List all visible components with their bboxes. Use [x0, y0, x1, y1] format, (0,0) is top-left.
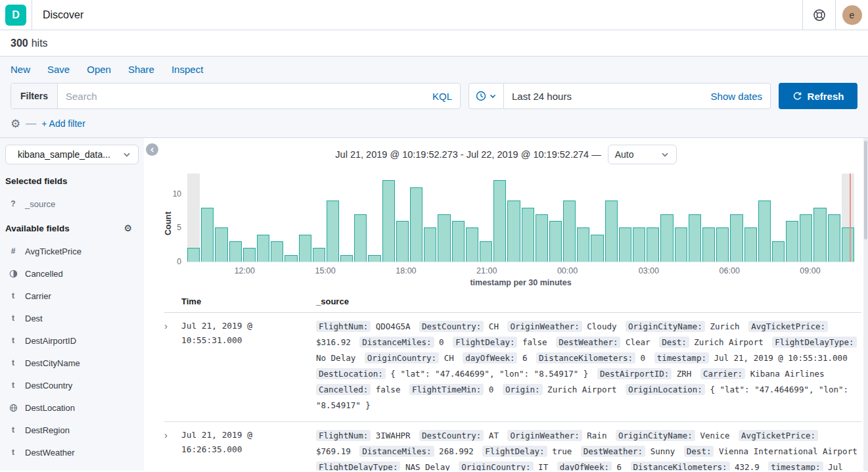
refresh-icon [792, 91, 802, 101]
histogram-bar[interactable] [689, 174, 701, 262]
hits-count: 300 [11, 37, 28, 49]
field-item-destlocation[interactable]: DestLocation [5, 396, 139, 419]
histogram-bar[interactable] [257, 174, 269, 262]
field-item-destcountry[interactable]: tDestCountry [5, 374, 139, 396]
histogram-bar[interactable] [522, 174, 534, 262]
filters-button[interactable]: Filters [11, 83, 58, 108]
histogram-bar[interactable] [424, 174, 436, 262]
x-axis-tick: 15:00 [315, 266, 335, 275]
histogram-bar[interactable] [675, 174, 687, 262]
histogram-bar[interactable] [285, 174, 297, 262]
histogram-bar[interactable] [299, 174, 311, 262]
interval-select[interactable]: Auto [608, 145, 677, 164]
histogram-bar[interactable] [271, 174, 283, 262]
histogram-bar[interactable] [507, 174, 520, 262]
filter-settings-gear-icon[interactable]: ⚙ [11, 118, 20, 130]
histogram-bar[interactable] [828, 174, 840, 262]
search-box: Filters KQL [11, 83, 461, 109]
histogram-bar[interactable] [536, 174, 548, 262]
histogram-bar[interactable] [647, 174, 659, 262]
histogram-bar[interactable] [382, 174, 395, 262]
histogram-bar[interactable] [772, 174, 785, 262]
histogram-bar[interactable] [466, 174, 478, 262]
table-row: ›Jul 21, 2019 @ 10:55:31.000FlightNum: Q… [164, 313, 861, 421]
collapse-sidebar-button[interactable] [146, 143, 158, 156]
y-axis-tick: 5 [177, 223, 187, 232]
show-dates-button[interactable]: Show dates [703, 91, 770, 102]
field-item-avgticketprice[interactable]: #AvgTicketPrice [5, 240, 139, 262]
kibana-logo[interactable]: D [5, 5, 26, 26]
histogram-bar[interactable] [716, 174, 729, 262]
histogram-bar[interactable] [480, 174, 492, 262]
histogram-bar[interactable] [730, 174, 742, 262]
histogram-bar[interactable] [187, 174, 200, 262]
fields-settings-gear-icon[interactable]: ⚙ [124, 223, 132, 233]
column-header-time[interactable]: Time [164, 296, 316, 306]
histogram-bar[interactable] [758, 174, 771, 262]
histogram-bar[interactable] [800, 174, 812, 262]
histogram-bar[interactable] [368, 174, 380, 262]
help-button[interactable] [802, 0, 835, 30]
field-item-cancelled[interactable]: Cancelled [5, 262, 139, 285]
histogram-bar[interactable] [410, 174, 423, 262]
histogram-bar[interactable] [842, 174, 854, 262]
histogram-bar[interactable] [563, 174, 576, 262]
histogram-bar[interactable] [493, 174, 506, 262]
nav-link-open[interactable]: Open [87, 64, 111, 75]
nav-link-new[interactable]: New [11, 64, 30, 75]
histogram-bar[interactable] [633, 174, 645, 262]
nav-link-share[interactable]: Share [128, 64, 154, 75]
search-input[interactable] [58, 91, 424, 102]
user-menu-button[interactable]: e [835, 0, 868, 30]
field-type-text-icon: t [8, 358, 18, 367]
field-item-carrier[interactable]: tCarrier [5, 285, 139, 307]
avatar[interactable]: e [842, 5, 862, 25]
field-item-dest[interactable]: tDest [5, 307, 139, 329]
column-header-source[interactable]: _source [316, 296, 349, 306]
field-item-destcityname[interactable]: tDestCityName [5, 352, 139, 374]
field-item-destregion[interactable]: tDestRegion [5, 419, 139, 441]
nav-link-inspect[interactable]: Inspect [171, 64, 203, 75]
vertical-scrollbar[interactable] [863, 138, 868, 471]
histogram-bar[interactable] [452, 174, 465, 262]
histogram-bar[interactable] [201, 174, 214, 262]
histogram-bar[interactable] [577, 174, 589, 262]
histogram-bar[interactable] [786, 174, 798, 262]
histogram-bar[interactable] [744, 174, 757, 262]
histogram-bar[interactable] [215, 174, 227, 262]
histogram-bar[interactable] [549, 174, 562, 262]
field-item-destweather[interactable]: tDestWeather [5, 441, 139, 463]
histogram-bar[interactable] [619, 174, 631, 262]
kql-button[interactable]: KQL [424, 91, 460, 102]
scrollbar-thumb[interactable] [864, 141, 867, 239]
histogram-bar[interactable] [438, 174, 450, 262]
histogram-bar[interactable] [702, 174, 715, 262]
histogram-bar[interactable] [605, 174, 618, 262]
source-field: FlightDelayType: NAS Delay [316, 462, 450, 471]
histogram-bar[interactable] [591, 174, 603, 262]
histogram-bar[interactable] [340, 174, 353, 262]
histogram-bar[interactable] [660, 174, 673, 262]
refresh-button[interactable]: Refresh [779, 83, 857, 109]
field-item-destairportid[interactable]: tDestAirportID [5, 329, 139, 352]
expand-row-icon[interactable]: › [164, 428, 181, 471]
histogram-bar[interactable] [813, 174, 826, 262]
histogram-bar[interactable] [229, 174, 242, 262]
add-filter-button[interactable]: + Add filter [41, 118, 85, 129]
histogram-bar[interactable] [354, 174, 367, 262]
time-range-value[interactable]: Last 24 hours [504, 91, 703, 102]
source-field: DestWeather: Clear [556, 337, 650, 347]
field-name: DestAirportID [25, 336, 76, 346]
histogram-bar[interactable] [396, 174, 409, 262]
expand-row-icon[interactable]: › [164, 319, 181, 413]
time-picker-quick-button[interactable] [469, 83, 504, 108]
histogram-bar[interactable] [313, 174, 325, 262]
app-logo-cell[interactable]: D [0, 0, 32, 30]
field-item-distancekilometers[interactable]: #DistanceKilometers [5, 463, 139, 471]
nav-link-save[interactable]: Save [47, 64, 70, 75]
histogram-bar[interactable] [243, 174, 256, 262]
histogram-bar[interactable] [327, 174, 339, 262]
field-item-_source[interactable]: ?_source [5, 193, 139, 215]
index-pattern-select[interactable]: kibana_sample_data... [5, 145, 139, 164]
histogram-plot-area[interactable]: 0510 [187, 174, 854, 262]
